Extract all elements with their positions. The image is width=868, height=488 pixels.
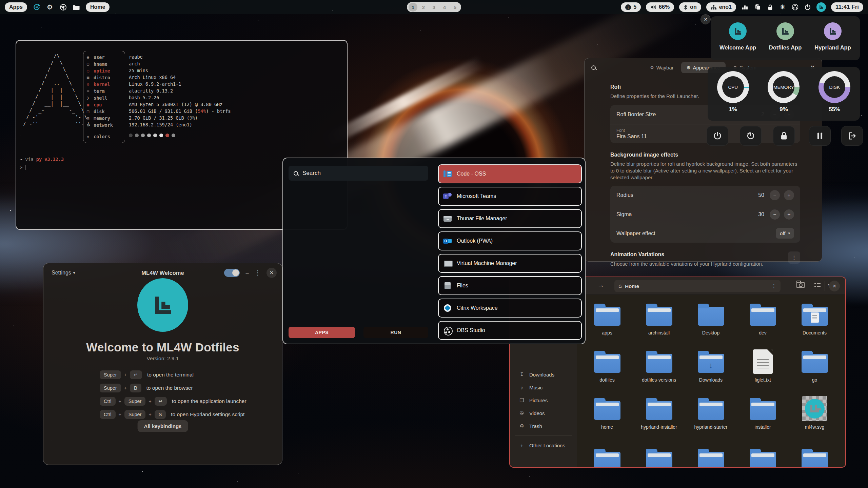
file-item[interactable]: Documents (789, 300, 841, 347)
file-icon-partial[interactable] (698, 452, 724, 468)
file-item[interactable]: dev (737, 300, 789, 347)
animation-kebab-button[interactable]: ⋮ (788, 251, 800, 264)
rofi-entry[interactable]: Microsoft Teams (438, 187, 582, 206)
shell-input-line[interactable]: > (20, 165, 28, 170)
clock[interactable]: 11:41 Fri (831, 2, 863, 12)
folder-search-icon[interactable] (796, 282, 805, 288)
theme-toggle[interactable] (224, 269, 240, 277)
file-icon-partial[interactable] (646, 452, 672, 468)
welcome-window[interactable]: Settings ▾ ML4W Welcome – ⋮ ✕ Welcome to… (43, 263, 282, 465)
file-item[interactable]: ml4w.svg (789, 394, 841, 441)
file-item[interactable]: installer (737, 394, 789, 441)
rofi-entry[interactable]: Outlook (PWA) (438, 231, 582, 250)
plus-stepper-button[interactable]: + (784, 190, 794, 200)
logout-button[interactable] (841, 126, 863, 146)
close-button[interactable]: ✕ (267, 268, 277, 278)
rofi-entry[interactable]: Code - OSS (438, 164, 582, 183)
palette-dot (141, 134, 145, 137)
file-item[interactable]: Downloads (685, 347, 737, 394)
plus-icon: + (519, 443, 525, 448)
workspace-button[interactable]: 3 (430, 3, 438, 12)
gauge-label: MEMORY (773, 76, 794, 98)
rofi-entry[interactable]: Thunar File Manager (438, 209, 582, 228)
plus-stepper-button[interactable]: + (784, 209, 794, 220)
app-shortcut[interactable]: Hyprland App (809, 22, 856, 60)
all-keybindings-button[interactable]: All keybindings (138, 420, 188, 432)
workspace-button[interactable]: 4 (440, 3, 449, 12)
minus-stepper-button[interactable]: − (770, 209, 780, 220)
rofi-search-input[interactable]: Search (289, 166, 428, 181)
settings-tab[interactable]: ⚙Waybar (645, 62, 679, 73)
sidebar-item-other-locations[interactable]: + Other Locations (510, 439, 577, 452)
list-view-icon[interactable] (814, 283, 821, 287)
file-icon-partial[interactable] (594, 452, 620, 468)
file-item[interactable]: hyprland-installer (633, 394, 685, 441)
gauge-value: 9% (780, 106, 788, 113)
lock-button[interactable] (773, 126, 795, 146)
updates-pill[interactable]: ↓ 5 (621, 2, 641, 12)
rofi-apps-tab-button[interactable]: APPS (289, 327, 355, 338)
quickpanel-close-button[interactable]: ✕ (701, 14, 711, 24)
sidebar-item[interactable]: Downloads (510, 368, 577, 381)
apps-button[interactable]: Apps (5, 2, 27, 12)
wallpaper-effect-dropdown[interactable]: off ▾ (776, 228, 794, 239)
file-item[interactable]: figlet.txt (737, 347, 789, 394)
file-item[interactable]: hyprland-starter (685, 394, 737, 441)
minus-stepper-button[interactable]: − (770, 190, 780, 200)
rofi-entry[interactable]: Citrix Workspace (438, 299, 582, 318)
rofi-entry[interactable]: Virtual Machine Manager (438, 254, 582, 273)
power-icon[interactable] (804, 3, 811, 11)
close-button[interactable]: ✕ (829, 281, 840, 291)
app-shortcut[interactable]: Dotfiles App (762, 22, 809, 60)
file-name: Desktop (702, 330, 719, 336)
file-item[interactable]: go (789, 347, 841, 394)
file-item[interactable]: dotfiles-versions (633, 347, 685, 394)
kebab-menu-icon[interactable]: ⋮ (255, 269, 261, 277)
minimize-button[interactable]: – (245, 269, 249, 277)
file-item[interactable]: Desktop (685, 300, 737, 347)
burst-icon[interactable]: ✳ (779, 3, 786, 11)
home-button[interactable]: Home (86, 2, 110, 12)
chrome-icon[interactable] (59, 3, 67, 11)
file-item[interactable]: apps (581, 300, 633, 347)
settings-menu-button[interactable]: Settings ▾ (49, 268, 78, 278)
file-item[interactable]: dotfiles (581, 347, 633, 394)
reboot-button[interactable] (740, 126, 762, 146)
sidebar-item[interactable]: Videos (510, 407, 577, 420)
ai-update-icon[interactable]: AI (33, 3, 40, 11)
obs-icon[interactable] (791, 3, 799, 11)
rofi-entry[interactable]: OBS Studio (438, 321, 582, 340)
gear-icon[interactable]: ⚙ (46, 3, 54, 11)
sidebar-item[interactable]: Music (510, 381, 577, 394)
volume-pill[interactable]: 66% (646, 2, 674, 12)
stats-icon[interactable] (741, 3, 749, 11)
rofi-entry[interactable]: Files (438, 276, 582, 295)
shutdown-button[interactable] (707, 126, 728, 146)
folder-icon[interactable] (73, 3, 80, 11)
sidebar-item[interactable]: Trash (510, 420, 577, 432)
app-icon (443, 326, 452, 335)
network-pill[interactable]: eno1 (706, 2, 736, 12)
rofi-font-row[interactable]: Font Fira Sans 11 (610, 124, 800, 143)
lock-icon[interactable] (766, 3, 774, 11)
forward-button[interactable]: → (597, 281, 604, 289)
search-icon[interactable] (591, 65, 596, 70)
app-shortcut[interactable]: Welcome App (714, 22, 762, 60)
updates-icon: ↓ (625, 4, 631, 10)
workspace-button[interactable]: 1 (409, 3, 417, 12)
file-item[interactable]: archinstall (633, 300, 685, 347)
file-icon-partial[interactable] (750, 452, 776, 468)
welcome-version: Version: 2.9.1 (43, 355, 282, 362)
sidebar-item[interactable]: Pictures (510, 394, 577, 407)
file-icon-partial[interactable] (802, 452, 828, 468)
suspend-button[interactable] (809, 126, 831, 146)
rofi-run-tab-button[interactable]: RUN (363, 327, 428, 338)
file-item[interactable]: home (581, 394, 633, 441)
workspace-button[interactable]: 2 (419, 3, 428, 12)
path-bar[interactable]: ⌂ Home ⋮ (614, 280, 781, 292)
workspace-button[interactable]: 5 (451, 3, 459, 12)
ml4w-logo-icon[interactable] (816, 2, 826, 12)
clipboard-icon[interactable] (754, 3, 761, 11)
path-kebab-icon[interactable]: ⋮ (771, 283, 776, 289)
bluetooth-pill[interactable]: on (679, 2, 701, 12)
